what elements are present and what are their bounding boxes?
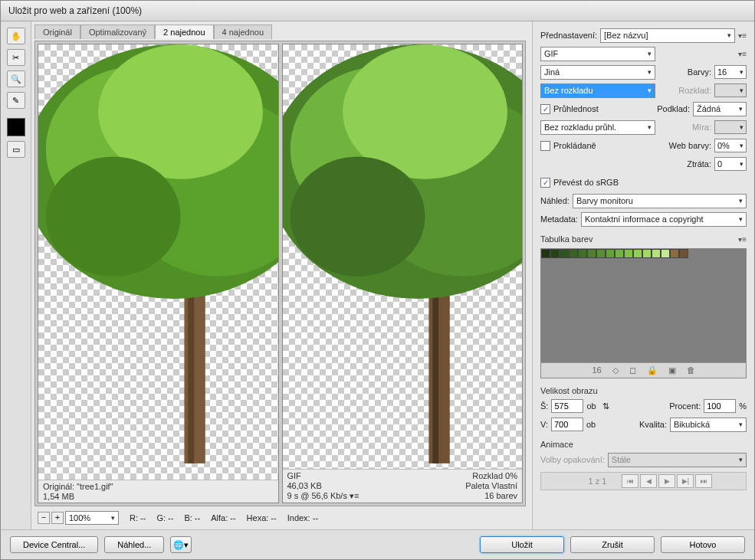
first-frame-button: ⏮ [622, 474, 638, 488]
zoom-out-button[interactable]: − [38, 512, 50, 524]
ct-icon-2[interactable]: ◻ [629, 365, 636, 375]
percent-unit: % [739, 401, 747, 411]
color-swatch[interactable] [550, 249, 560, 258]
color-swatch[interactable] [541, 249, 550, 258]
readout-hex: Hexa: -- [247, 513, 277, 522]
transparency-checkbox[interactable]: ✓ [540, 104, 550, 114]
last-frame-button: ⏭ [695, 474, 712, 488]
browser-select[interactable]: 🌐▾ [170, 536, 192, 553]
metadata-label: Metadata: [540, 215, 578, 224]
metadata-select[interactable]: Kontaktní informace a copyright▾ [581, 212, 747, 227]
colortable-label: Tabulka barev [540, 234, 593, 244]
matte-select[interactable]: Žádná▾ [693, 102, 747, 116]
cancel-button[interactable]: Zrušit [570, 536, 655, 553]
readout-r: R: -- [130, 513, 146, 522]
height-input[interactable] [551, 418, 583, 431]
color-swatch[interactable] [624, 249, 633, 258]
interlaced-checkbox[interactable] [540, 141, 550, 151]
format-select[interactable]: GIF▾ [540, 47, 655, 61]
save-button[interactable]: Uložit [480, 536, 564, 553]
toggle-slices-icon[interactable]: ▭ [7, 141, 25, 158]
zoom-in-button[interactable]: + [51, 512, 64, 524]
loop-label: Volby opakování: [540, 455, 605, 464]
colortable-menu-icon[interactable]: ▾≡ [738, 235, 747, 244]
preview-pane-optimized[interactable]: GIF 46,03 KB 9 s @ 56,6 Kb/s ▾≡ Rozklad … [282, 44, 524, 503]
preview-pane-original[interactable]: Originál: "tree1.gif" 1,54 MB [38, 44, 279, 503]
tab-optimized[interactable]: Optimalizovaný [80, 25, 155, 39]
srgb-label: Převést do sRGB [553, 178, 619, 187]
color-swatch[interactable] [633, 249, 642, 258]
percent-input[interactable] [704, 399, 736, 413]
tab-original[interactable]: Originál [34, 25, 80, 39]
colors-input[interactable]: 16▾ [714, 65, 747, 79]
ct-lock-icon[interactable]: 🔒 [647, 365, 658, 375]
height-unit: ob [586, 420, 596, 429]
opt-format: GIF [287, 471, 359, 480]
color-swatch[interactable] [596, 249, 606, 258]
palette-select[interactable]: Jiná▾ [540, 65, 655, 80]
svg-point-6 [46, 156, 181, 276]
svg-point-13 [290, 156, 425, 276]
play-button: ▶ [658, 474, 675, 488]
preset-menu-icon[interactable]: ▾≡ [738, 31, 747, 40]
width-unit: ob [586, 401, 596, 411]
opt-download: 9 s @ 56,6 Kb/s ▾≡ [287, 491, 359, 501]
ct-new-icon[interactable]: ▣ [668, 365, 676, 375]
websnap-label: Web barvy: [669, 141, 711, 150]
dither-select[interactable]: Bez rozkladu▾ [540, 84, 655, 98]
percent-label: Procent: [669, 401, 701, 411]
tab-4up[interactable]: 4 najednou [214, 25, 272, 39]
ct-icon-1[interactable]: ◇ [612, 365, 619, 375]
done-button[interactable]: Hotovo [661, 536, 745, 553]
ct-trash-icon[interactable]: 🗑 [687, 365, 695, 375]
prev-frame-button: ◀ [640, 474, 657, 488]
color-swatch[interactable] [679, 249, 688, 258]
foreground-swatch[interactable] [7, 118, 25, 136]
color-swatch[interactable] [615, 249, 624, 258]
colors-label: Barvy: [688, 67, 711, 77]
matte-label: Podklad: [657, 104, 690, 113]
readout-g: G: -- [156, 513, 173, 522]
width-input[interactable] [551, 399, 583, 413]
preset-select[interactable]: [Bez názvu]▾ [600, 28, 735, 43]
constrain-icon[interactable]: ⇅ [602, 401, 609, 411]
readout-alpha: Alfa: -- [211, 513, 235, 522]
eyedropper-tool[interactable]: ✎ [7, 92, 25, 109]
zoom-select[interactable]: 100%▾ [65, 511, 119, 525]
color-swatch[interactable] [661, 249, 670, 258]
color-swatch[interactable] [670, 249, 679, 258]
hand-tool[interactable]: ✋ [7, 28, 25, 44]
preview-tabs: Originál Optimalizovaný 2 najednou 4 naj… [34, 25, 526, 39]
color-swatch[interactable] [642, 249, 652, 258]
orig-filename: Originál: "tree1.gif" [43, 482, 113, 491]
transparency-label: Průhlednost [553, 104, 599, 113]
color-swatch[interactable] [578, 249, 587, 258]
color-swatch[interactable] [569, 249, 578, 258]
trans-dither-select[interactable]: Bez rozkladu průhl.▾ [540, 120, 655, 135]
opt-dither: Rozklad 0% [465, 471, 517, 480]
color-table[interactable]: 16 ◇ ◻ 🔒 ▣ 🗑 [540, 248, 747, 378]
preview-select[interactable]: Barvy monitoru▾ [573, 194, 747, 208]
readout-b: B: -- [184, 513, 200, 522]
lossy-input[interactable]: 0▾ [714, 157, 747, 171]
color-swatch[interactable] [606, 249, 615, 258]
slice-tool[interactable]: ✂ [7, 49, 25, 66]
zoom-tool[interactable]: 🔍 [7, 70, 25, 87]
color-swatch[interactable] [652, 249, 661, 258]
tab-2up[interactable]: 2 najednou [155, 25, 213, 39]
color-swatch[interactable] [587, 249, 596, 258]
srgb-checkbox[interactable]: ✓ [540, 178, 550, 188]
quality-select[interactable]: Bikubická▾ [670, 418, 747, 432]
amount-input: ▾ [714, 120, 747, 134]
next-frame-button: ▶| [677, 474, 694, 488]
websnap-input[interactable]: 0%▾ [714, 139, 747, 152]
width-label: Š: [540, 401, 548, 411]
device-central-button[interactable]: Device Central... [10, 536, 98, 553]
preview-button[interactable]: Náhled... [104, 536, 164, 553]
optimize-menu-icon[interactable]: ▾≡ [738, 50, 747, 58]
height-label: V: [540, 420, 548, 429]
window-title: Uložit pro web a zařízení (100%) [1, 1, 754, 21]
color-swatch[interactable] [560, 249, 569, 258]
opt-filesize: 46,03 KB [287, 481, 359, 490]
settings-panel: Přednastavení: [Bez názvu]▾ ▾≡ GIF▾ ▾≡ J… [532, 21, 754, 529]
